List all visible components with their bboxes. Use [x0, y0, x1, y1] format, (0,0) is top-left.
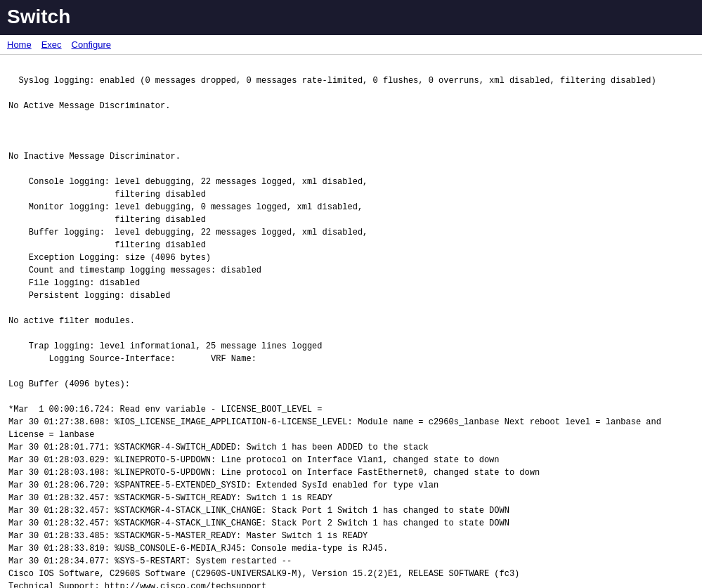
nav-home-link[interactable]: Home: [7, 39, 32, 50]
page-header: Switch: [0, 0, 702, 35]
page-title: Switch: [7, 6, 695, 28]
log-content-area: Syslog logging: enabled (0 messages drop…: [0, 55, 702, 588]
navigation-bar: HomeExecConfigure: [0, 35, 702, 55]
log-text: Syslog logging: enabled (0 messages drop…: [8, 76, 666, 588]
nav-exec-link[interactable]: Exec: [41, 39, 62, 50]
nav-configure-link[interactable]: Configure: [72, 39, 111, 50]
